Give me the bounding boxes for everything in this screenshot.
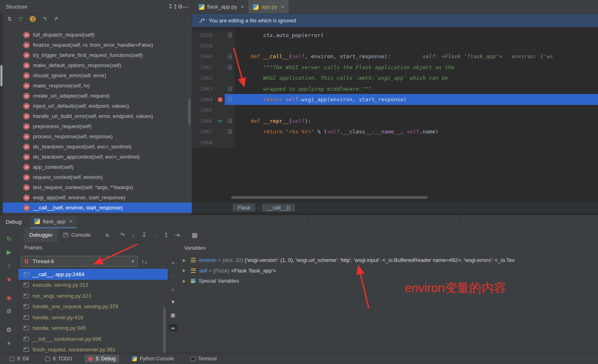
code-editor[interactable]: 2458 ctx.auto_pop(error)24592460 def __c… xyxy=(192,27,598,196)
remove-watch-icon[interactable]: − xyxy=(169,272,177,279)
pause-icon[interactable]: ‖ xyxy=(4,261,14,270)
hide-icon[interactable]: — xyxy=(183,3,188,10)
editor-tab-app-py[interactable]: app.py× xyxy=(248,0,289,13)
step-into-icon[interactable]: ↓ xyxy=(128,231,139,238)
structure-item[interactable]: mrequest_context(self, environ) xyxy=(0,172,192,182)
smart-step-into-icon[interactable]: ↓ xyxy=(150,231,161,238)
frame-row[interactable]: handle, server.py:418 xyxy=(18,312,168,323)
structure-item[interactable]: mfinalize_request(self, rv, from_error_h… xyxy=(0,40,192,50)
structure-item[interactable]: mdo_teardown_request(self, exc=_sentinel… xyxy=(0,142,192,152)
expand-all-icon[interactable]: ↧ xyxy=(168,3,173,10)
toolwindow-button-5-debug[interactable]: 5: Debug xyxy=(85,355,119,363)
structure-item[interactable]: mhandle_url_build_error(self, error, end… xyxy=(0,111,192,121)
expand-arrow-icon[interactable]: ▶ xyxy=(183,268,189,272)
evaluate-expression-icon[interactable]: ▦ xyxy=(189,231,200,239)
breadcrumb-item-call[interactable]: __call__() xyxy=(262,204,295,211)
frame-row[interactable]: run_wsgi, serving.py:323 xyxy=(18,290,168,301)
variable-row[interactable]: ▶self = {Flask} <Flask 'flask_app'> xyxy=(179,266,598,276)
tab-console[interactable]: Console xyxy=(58,228,96,242)
frame-row[interactable]: execute, serving.py:312 xyxy=(18,280,168,291)
duplicate-watch-icon[interactable]: ▣ xyxy=(169,311,177,318)
structure-item[interactable]: mshould_ignore_error(self, error) xyxy=(0,70,192,81)
structure-item[interactable]: mwsgi_app(self, environ, start_response) xyxy=(0,192,192,203)
expand-arrow-icon[interactable]: ▶ xyxy=(183,279,189,283)
show-inherited-icon[interactable]: ↱ xyxy=(54,16,59,22)
structure-item[interactable]: mmake_default_options_response(self) xyxy=(0,60,192,70)
settings-icon[interactable]: ⚙ xyxy=(4,325,14,335)
structure-item[interactable]: mfull_dispatch_request(self) xyxy=(0,30,192,40)
add-watch-icon[interactable]: + xyxy=(169,259,177,266)
frames-scrollbar[interactable] xyxy=(163,307,166,353)
structure-scrollbar[interactable] xyxy=(188,99,191,125)
force-step-into-icon[interactable]: ↧ xyxy=(139,231,150,239)
frame-row[interactable]: handle_one_request, serving.py:379 xyxy=(18,301,168,312)
scroll-up-icon[interactable]: ▲ xyxy=(169,285,177,292)
collapse-all-icon[interactable]: ↥ xyxy=(173,3,178,10)
breadcrumb-item-flask[interactable]: Flask xyxy=(233,204,255,211)
structure-item[interactable]: mprocess_response(self, response) xyxy=(0,131,192,142)
fold-marker-icon[interactable] xyxy=(228,119,232,123)
rerun-icon[interactable]: ↻ xyxy=(4,234,14,244)
step-out-icon[interactable]: ↥ xyxy=(161,231,172,239)
toolwindow-button-python-console[interactable]: Python Console xyxy=(128,355,178,363)
overriding-method-icon[interactable]: o↑ xyxy=(218,118,222,124)
resume-icon[interactable]: ▶ xyxy=(4,247,14,257)
variable-row[interactable]: ▶environ = {dict: 32} {'wsgi.version': (… xyxy=(179,255,598,266)
structure-item[interactable]: mtest_request_context(self, *args, **kwa… xyxy=(0,182,192,192)
structure-item-label: do_teardown_request(self, exc=_sentinel) xyxy=(33,144,131,150)
scroll-down-icon[interactable]: ▼ xyxy=(169,298,177,305)
settings-icon[interactable]: ⚙ xyxy=(177,3,183,10)
fold-marker-icon[interactable] xyxy=(228,87,232,91)
close-icon[interactable]: × xyxy=(281,4,284,10)
show-return-values-icon[interactable]: ∞ xyxy=(169,324,177,331)
toolwindow-stripe-indicator[interactable] xyxy=(0,65,2,86)
expand-arrow-icon[interactable]: ▶ xyxy=(183,258,189,262)
toolwindow-button-9-git[interactable]: 9: Git xyxy=(6,355,33,363)
fold-marker-icon[interactable] xyxy=(228,54,232,59)
previous-frame-icon[interactable]: ↑ xyxy=(141,258,145,265)
filter-visibility-icon[interactable]: ▽ xyxy=(19,16,23,22)
frame-row[interactable]: handle, serving.py:345 xyxy=(18,323,168,334)
thread-selector-dropdown[interactable]: Thread-6 ▾ xyxy=(21,256,138,267)
editor-tab-flask-app-py[interactable]: flask_app.py× xyxy=(194,0,248,13)
hamburger-menu-icon[interactable]: ≡ xyxy=(102,231,113,238)
frame-row[interactable]: __call__, app.py:2464 xyxy=(18,269,168,280)
toolwindow-button-6-todo[interactable]: 6: TODO xyxy=(42,355,76,363)
show-fields-icon[interactable]: f xyxy=(30,16,36,22)
mute-breakpoints-icon[interactable]: ⊘ xyxy=(4,306,14,316)
structure-item[interactable]: mcreate_url_adapter(self, request) xyxy=(0,91,192,101)
python-file-icon xyxy=(199,4,204,10)
step-over-icon[interactable]: ↷ xyxy=(117,231,128,239)
debug-session-tab[interactable]: flask_app × xyxy=(30,216,77,228)
fold-marker-icon[interactable] xyxy=(228,33,232,37)
run-to-cursor-icon[interactable]: ⇥ xyxy=(172,231,183,239)
stop-icon[interactable]: ■ xyxy=(4,274,14,284)
structure-item[interactable]: m__call__(self, environ, start_response) xyxy=(0,203,192,213)
fold-marker-icon[interactable] xyxy=(228,65,232,70)
close-icon[interactable]: × xyxy=(69,218,72,225)
frame-row[interactable]: __init__, socketserver.py:696 xyxy=(18,333,168,344)
structure-item[interactable]: mdo_teardown_appcontext(self, exc=_senti… xyxy=(0,152,192,162)
horizontal-scrollbar[interactable] xyxy=(231,196,427,199)
fold-marker-icon[interactable] xyxy=(228,129,232,134)
structure-item[interactable]: minject_url_defaults(self, endpoint, val… xyxy=(0,101,192,111)
group-methods-icon[interactable]: ↰ xyxy=(43,16,47,22)
toolwindow-button-terminal[interactable]: Terminal xyxy=(187,355,220,363)
frame-row[interactable]: finish_request, socketserver.py:361 xyxy=(18,344,168,353)
pin-icon[interactable]: ⌖ xyxy=(4,338,14,348)
frames-panel: Frames Thread-6 ▾ ↑↓ __call__, app.py:24… xyxy=(18,242,168,353)
close-icon[interactable]: × xyxy=(241,4,244,10)
breakpoint-icon[interactable] xyxy=(218,97,223,102)
stack-frame-icon xyxy=(24,326,29,330)
variable-icon xyxy=(191,258,196,262)
structure-item[interactable]: mtry_trigger_before_first_request_functi… xyxy=(0,50,192,60)
variable-row[interactable]: ▶Special Variables xyxy=(179,276,598,286)
view-breakpoints-icon[interactable]: ◉ xyxy=(4,293,14,303)
next-frame-icon[interactable]: ↓ xyxy=(145,258,148,265)
structure-item[interactable]: mpreprocess_request(self) xyxy=(0,121,192,131)
structure-item[interactable]: mapp_context(self) xyxy=(0,162,192,172)
tab-debugger[interactable]: Debugger xyxy=(24,228,58,242)
fold-marker-icon[interactable] xyxy=(228,97,232,102)
sort-alphabetically-icon[interactable]: ⇅ xyxy=(7,16,12,22)
structure-item[interactable]: mmake_response(self, rv) xyxy=(0,81,192,91)
